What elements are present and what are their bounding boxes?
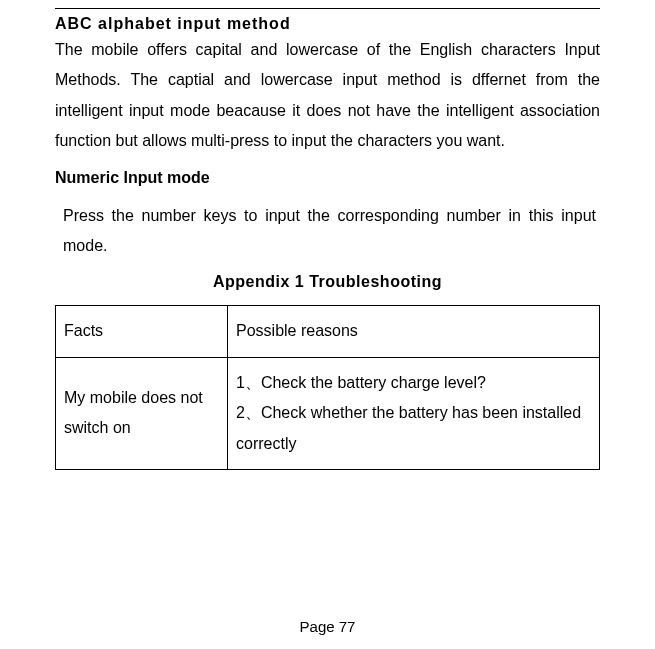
heading-numeric-input: Numeric Input mode bbox=[55, 169, 600, 187]
paragraph-numeric-input: Press the number keys to input the corre… bbox=[55, 201, 600, 262]
troubleshooting-table: Facts Possible reasons My mobile does no… bbox=[55, 305, 600, 470]
paragraph-abc-input: The mobile offers capital and lowercase … bbox=[55, 35, 600, 157]
header-facts: Facts bbox=[56, 306, 228, 357]
document-page: ABC alphabet input method The mobile off… bbox=[0, 0, 655, 649]
cell-reason: 1、Check the battery charge level? 2、Chec… bbox=[228, 357, 600, 469]
page-number: Page 77 bbox=[0, 618, 655, 635]
header-reasons: Possible reasons bbox=[228, 306, 600, 357]
appendix-title: Appendix 1 Troubleshooting bbox=[55, 273, 600, 291]
table-row: My mobile does not switch on 1、Check the… bbox=[56, 357, 600, 469]
heading-abc-input: ABC alphabet input method bbox=[55, 15, 600, 33]
cell-fact: My mobile does not switch on bbox=[56, 357, 228, 469]
top-rule bbox=[55, 8, 600, 9]
table-header-row: Facts Possible reasons bbox=[56, 306, 600, 357]
